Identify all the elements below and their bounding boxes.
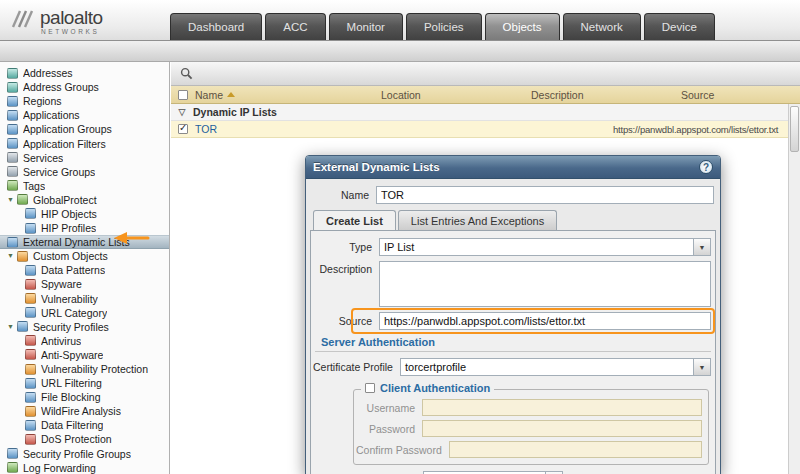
vertical-scrollbar[interactable]: [788, 104, 800, 474]
description-row: Description: [313, 261, 713, 307]
wildfire-analysis-icon: [25, 406, 36, 417]
log-forwarding-icon: [7, 462, 18, 473]
group-row[interactable]: ▽ Dynamic IP Lists: [171, 104, 800, 121]
sidebar-item-label: GlobalProtect: [33, 194, 97, 206]
certificate-profile-value: torcertprofile: [401, 359, 693, 375]
column-header-description[interactable]: Description: [531, 89, 681, 101]
file-blocking-icon: [25, 392, 36, 403]
dialog-body: Name Create List List Entries And Except…: [306, 179, 720, 474]
chevron-down-icon[interactable]: ▼: [693, 359, 710, 375]
tab-monitor[interactable]: Monitor: [329, 13, 403, 40]
collapse-arrow-icon[interactable]: ▼: [7, 195, 17, 205]
tab-dashboard[interactable]: Dashboard: [170, 13, 262, 40]
certificate-profile-dropdown[interactable]: torcertprofile ▼: [400, 358, 711, 376]
help-icon[interactable]: ?: [699, 160, 713, 174]
vulnerability-icon: [25, 293, 36, 304]
sidebar-item-file-blocking[interactable]: File Blocking: [0, 390, 169, 404]
sidebar-item-label: Security Profiles: [33, 321, 109, 333]
name-row: Name: [310, 186, 716, 204]
select-all-checkbox[interactable]: [178, 90, 188, 100]
source-input[interactable]: [379, 312, 711, 330]
sidebar-item-vulnerability-protection[interactable]: Vulnerability Protection: [0, 362, 169, 376]
hip-objects-icon: [25, 208, 36, 219]
description-textarea[interactable]: [379, 261, 711, 307]
tags-icon: [7, 180, 18, 191]
paloalto-logo-mark: [10, 8, 34, 30]
brand-text: paloalto NETWORKS: [40, 8, 103, 35]
name-input[interactable]: [376, 186, 714, 204]
tab-policies[interactable]: Policies: [406, 13, 482, 40]
brand-sub: NETWORKS: [40, 28, 103, 35]
sidebar-item-custom-objects[interactable]: ▼Custom Objects: [0, 249, 169, 263]
annotation-arrow: [112, 230, 150, 250]
table-header: Name Location Description Source: [171, 86, 800, 104]
scrollbar-thumb[interactable]: [790, 106, 799, 152]
row-checkbox[interactable]: [178, 124, 188, 134]
collapse-arrow-icon[interactable]: ▼: [7, 322, 17, 332]
sidebar-item-application-groups[interactable]: Application Groups: [0, 122, 169, 136]
collapse-arrow-icon[interactable]: ▼: [7, 251, 17, 261]
sidebar-item-label: Log Forwarding: [23, 462, 96, 474]
tab-objects[interactable]: Objects: [485, 13, 560, 40]
username-input: [422, 399, 702, 416]
sidebar-item-label: HIP Objects: [41, 208, 97, 220]
brand-name: paloalto: [40, 8, 103, 27]
sidebar-item-label: Data Filtering: [41, 419, 103, 431]
sidebar-item-label: URL Category: [41, 307, 107, 319]
table-row[interactable]: TOR https://panwdbl.appspot.com/lists/et…: [171, 121, 800, 138]
sidebar-item-url-filtering[interactable]: URL Filtering: [0, 376, 169, 390]
sidebar-item-anti-spyware[interactable]: Anti-Spyware: [0, 348, 169, 362]
tab-create-list[interactable]: Create List: [313, 210, 396, 230]
row-source-cell: https://panwdbl.appspot.com/lists/ettor.…: [613, 124, 800, 135]
sidebar-item-tags[interactable]: Tags: [0, 179, 169, 193]
sidebar-item-label: Custom Objects: [33, 250, 108, 262]
hip-profiles-icon: [25, 223, 36, 234]
row-checkbox-cell: [171, 124, 195, 134]
search-icon[interactable]: [177, 65, 195, 83]
sidebar-item-services[interactable]: Services: [0, 151, 169, 165]
sidebar-item-url-category[interactable]: URL Category: [0, 306, 169, 320]
sidebar-item-dos-protection[interactable]: DoS Protection: [0, 432, 169, 446]
tab-network[interactable]: Network: [563, 13, 641, 40]
certificate-profile-label: Certificate Profile: [313, 361, 400, 373]
sidebar-item-log-forwarding[interactable]: Log Forwarding: [0, 461, 169, 474]
sidebar-item-security-profile-groups[interactable]: Security Profile Groups: [0, 447, 169, 461]
sidebar-item-addresses[interactable]: Addresses: [0, 66, 169, 80]
sidebar-item-data-patterns[interactable]: Data Patterns: [0, 263, 169, 277]
sidebar-item-vulnerability[interactable]: Vulnerability: [0, 292, 169, 306]
tab-acc[interactable]: ACC: [265, 13, 325, 40]
sidebar-item-hip-objects[interactable]: HIP Objects: [0, 207, 169, 221]
sidebar-item-label: Vulnerability Protection: [41, 363, 148, 375]
spyware-icon: [25, 279, 36, 290]
sidebar-item-applications[interactable]: Applications: [0, 108, 169, 122]
sidebar-item-regions[interactable]: Regions: [0, 94, 169, 108]
sidebar-item-service-groups[interactable]: Service Groups: [0, 165, 169, 179]
sidebar-item-label: DoS Protection: [41, 433, 112, 445]
column-header-source[interactable]: Source: [681, 89, 800, 101]
column-header-name[interactable]: Name: [195, 89, 381, 101]
dialog-titlebar: External Dynamic Lists ?: [306, 156, 720, 179]
address-groups-icon: [7, 82, 18, 93]
data-patterns-icon: [25, 265, 36, 276]
sidebar-item-antivirus[interactable]: Antivirus: [0, 334, 169, 348]
sidebar-item-globalprotect[interactable]: ▼GlobalProtect: [0, 193, 169, 207]
sidebar-item-label: Regions: [23, 95, 62, 107]
sidebar-item-spyware[interactable]: Spyware: [0, 277, 169, 291]
sidebar-item-data-filtering[interactable]: Data Filtering: [0, 418, 169, 432]
password-row: Password: [356, 420, 706, 437]
sidebar-item-security-profiles[interactable]: ▼Security Profiles: [0, 320, 169, 334]
external-dynamic-lists-dialog: External Dynamic Lists ? Name Create Lis…: [305, 155, 721, 474]
confirm-password-row: Confirm Password: [356, 441, 706, 458]
group-row-label: Dynamic IP Lists: [193, 106, 277, 118]
client-authentication-checkbox[interactable]: [365, 383, 375, 393]
row-name-link[interactable]: TOR: [195, 123, 381, 135]
sidebar-item-application-filters[interactable]: Application Filters: [0, 136, 169, 150]
sidebar-item-wildfire-analysis[interactable]: WildFire Analysis: [0, 404, 169, 418]
type-dropdown[interactable]: IP List ▼: [379, 238, 711, 256]
column-header-location[interactable]: Location: [381, 89, 531, 101]
sidebar-item-address-groups[interactable]: Address Groups: [0, 80, 169, 94]
tab-device[interactable]: Device: [644, 13, 715, 40]
group-collapse-icon[interactable]: ▽: [171, 107, 193, 117]
chevron-down-icon[interactable]: ▼: [693, 239, 710, 255]
tab-list-entries-and-exceptions[interactable]: List Entries And Exceptions: [398, 210, 557, 230]
